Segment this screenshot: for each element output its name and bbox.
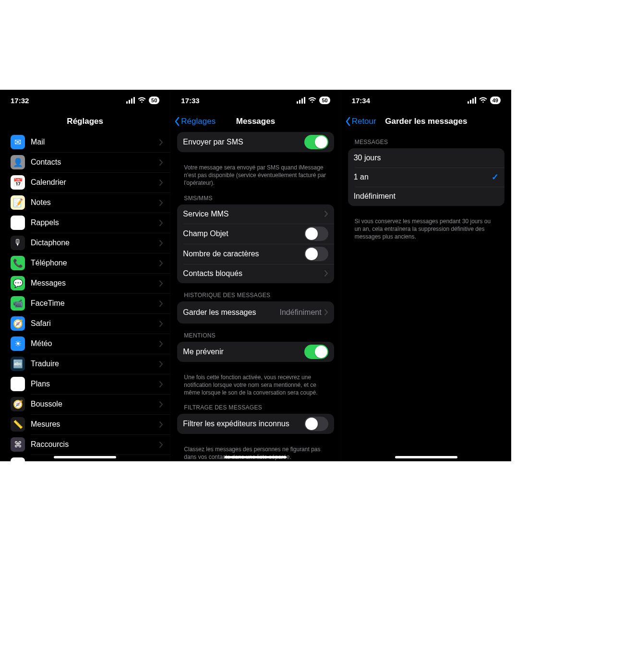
row-label: Notes: [31, 198, 159, 207]
row-label: Champ Objet: [183, 229, 304, 238]
row-label: Service MMS: [183, 210, 324, 218]
row-label: Plans: [31, 380, 159, 388]
app-icon: ⦿: [11, 216, 25, 230]
row-label: Filtrer les expéditeurs inconnus: [183, 420, 304, 428]
row-label: FaceTime: [31, 299, 159, 308]
settings-row-téléphone[interactable]: 📞Téléphone: [0, 253, 170, 273]
chevron-right-icon: [159, 139, 163, 145]
battery-indicator: 50: [149, 96, 159, 104]
settings-row-notes[interactable]: 📝Notes: [0, 192, 170, 213]
settings-row-raccourcis[interactable]: ⌘Raccourcis: [0, 434, 170, 455]
option-label: 1 an: [354, 173, 492, 181]
chevron-right-icon: [159, 421, 163, 428]
row-label: Safari: [31, 319, 159, 328]
settings-row-traduire[interactable]: 🔤Traduire: [0, 354, 170, 374]
notify-me-row[interactable]: Me prévenir: [177, 342, 334, 362]
wifi-icon: [308, 96, 316, 105]
row-label: Traduire: [31, 360, 159, 368]
settings-row-contacts[interactable]: 👤Contacts: [0, 152, 170, 172]
back-button[interactable]: Réglages: [174, 117, 216, 126]
nav-bar: Réglages: [0, 111, 170, 132]
row-value: Indéfiniment: [279, 308, 321, 317]
send-as-sms-toggle[interactable]: [304, 135, 328, 149]
settings-row-safari[interactable]: 🧭Safari: [0, 313, 170, 334]
notify-me-toggle[interactable]: [304, 345, 328, 359]
row-label: Contacts: [31, 158, 159, 167]
retention-options: 30 jours1 an✓Indéfiniment: [348, 148, 504, 206]
app-icon: ⌘: [11, 437, 25, 452]
app-icon: ☀: [11, 336, 25, 351]
blocked-contacts-row[interactable]: Contacts bloqués: [177, 264, 334, 283]
nav-bar: Retour Garder les messages: [341, 111, 511, 132]
settings-app-list[interactable]: ✉Mail👤Contacts📅Calendrier📝Notes⦿Rappels🎙…: [0, 132, 170, 461]
app-icon: 🧭: [11, 397, 25, 411]
home-indicator[interactable]: [54, 456, 116, 458]
back-label: Réglages: [181, 117, 216, 126]
settings-row-calendrier[interactable]: 📅Calendrier: [0, 172, 170, 192]
chevron-right-icon: [159, 200, 163, 206]
char-count-row[interactable]: Nombre de caractères: [177, 244, 334, 264]
keep-messages-row[interactable]: Garder les messages Indéfiniment: [177, 301, 334, 324]
chevron-left-icon: [174, 117, 180, 126]
retention-option[interactable]: 1 an✓: [348, 168, 504, 187]
row-label: Santé: [31, 460, 159, 461]
app-icon: 📅: [11, 175, 25, 190]
row-label: Nombre de caractères: [183, 250, 304, 258]
row-label: Dictaphone: [31, 239, 159, 247]
status-bar: 17:34 49: [341, 90, 511, 111]
subject-field-toggle[interactable]: [304, 227, 328, 241]
chevron-right-icon: [324, 309, 328, 315]
settings-row-messages[interactable]: 💬Messages: [0, 273, 170, 293]
messages-section-header: MESSAGES: [341, 139, 511, 148]
send-as-sms-row[interactable]: Envoyer par SMS: [177, 132, 334, 152]
messages-settings-screen: 17:33 50 Réglages Messages Envoyer par S…: [170, 90, 340, 461]
chevron-right-icon: [159, 321, 163, 327]
battery-indicator: 49: [490, 96, 501, 104]
row-label: Mesures: [31, 420, 159, 429]
chevron-right-icon: [159, 401, 163, 408]
back-button[interactable]: Retour: [345, 117, 376, 126]
mms-service-row[interactable]: Service MMS: [177, 204, 334, 224]
app-icon: 🗺: [11, 377, 25, 391]
battery-indicator: 50: [319, 96, 330, 104]
retention-option[interactable]: 30 jours: [348, 148, 504, 168]
settings-row-rappels[interactable]: ⦿Rappels: [0, 213, 170, 233]
app-icon: 📝: [11, 195, 25, 210]
nav-bar: Réglages Messages: [170, 111, 340, 132]
settings-row-plans[interactable]: 🗺Plans: [0, 374, 170, 394]
app-icon: 🧭: [11, 316, 25, 331]
subject-field-row[interactable]: Champ Objet: [177, 224, 334, 244]
row-label: Messages: [31, 279, 159, 288]
row-label: Garder les messages: [183, 308, 279, 317]
settings-row-météo[interactable]: ☀Météo: [0, 334, 170, 354]
app-icon: 🎙: [11, 236, 25, 250]
row-label: Calendrier: [31, 178, 159, 187]
home-indicator[interactable]: [395, 456, 457, 458]
cellular-signal-icon: [468, 97, 476, 104]
option-label: Indéfiniment: [354, 192, 499, 201]
chevron-left-icon: [345, 117, 351, 126]
app-icon: ❤: [11, 457, 25, 461]
settings-row-facetime[interactable]: 📹FaceTime: [0, 293, 170, 313]
home-indicator[interactable]: [224, 456, 287, 458]
chevron-right-icon: [159, 240, 163, 246]
app-icon: 📞: [11, 256, 25, 270]
char-count-toggle[interactable]: [304, 247, 328, 261]
settings-row-dictaphone[interactable]: 🎙Dictaphone: [0, 233, 170, 253]
filter-unknown-toggle[interactable]: [304, 417, 328, 431]
chevron-right-icon: [159, 442, 163, 448]
settings-row-mail[interactable]: ✉Mail: [0, 132, 170, 152]
filter-unknown-row[interactable]: Filtrer les expéditeurs inconnus: [177, 414, 334, 434]
status-time: 17:32: [11, 96, 29, 105]
row-label: Rappels: [31, 218, 159, 227]
chevron-right-icon: [324, 211, 328, 217]
cellular-signal-icon: [297, 97, 305, 104]
mentions-header: MENTIONS: [170, 332, 340, 342]
settings-row-mesures[interactable]: 📏Mesures: [0, 414, 170, 434]
status-time: 17:33: [181, 96, 199, 105]
chevron-right-icon: [159, 361, 163, 367]
app-icon: 👤: [11, 155, 25, 169]
settings-row-boussole[interactable]: 🧭Boussole: [0, 394, 170, 414]
retention-option[interactable]: Indéfiniment: [348, 187, 504, 206]
app-icon: ✉: [11, 135, 25, 149]
